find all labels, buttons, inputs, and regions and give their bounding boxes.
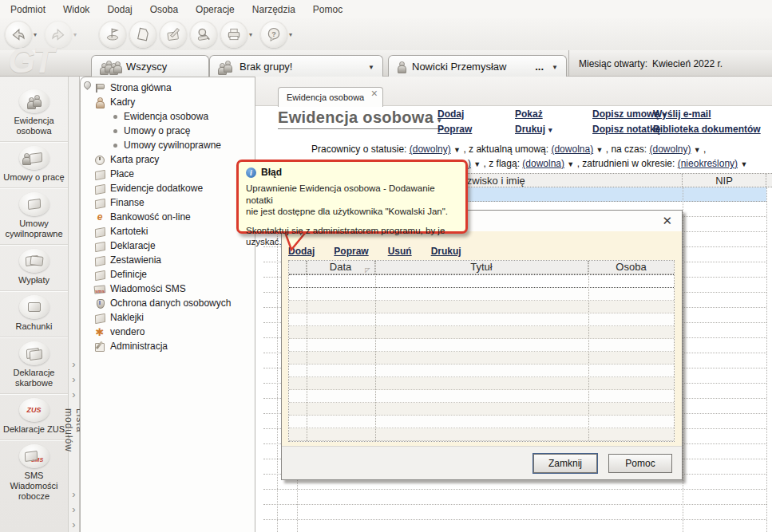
open-month-panel: Miesiąc otwarty: Kwiecień 2022 r. — [568, 50, 772, 77]
module-deklaracje-skarbowe[interactable]: Deklaracje skarbowe — [0, 337, 68, 394]
chevron-right-icon[interactable] — [72, 372, 75, 387]
bullet-icon — [113, 129, 117, 133]
chevron-down-icon[interactable]: ▼ — [596, 146, 604, 154]
filter-partial-value[interactable]: ) — [468, 158, 471, 169]
filter-naczas-value[interactable]: (dowolny) — [649, 144, 691, 155]
tooltip-line: nie jest dostępne dla użytkownika "Kowal… — [246, 206, 458, 218]
tree-item-strona-glowna[interactable]: Strona główna — [94, 81, 254, 95]
nav-back-dropdown-icon[interactable]: ▾ — [34, 31, 37, 38]
menu-osoba[interactable]: Osoba — [141, 2, 187, 18]
module-umowy-cywilnoprawne[interactable]: Umowy cywilnoprawne — [0, 188, 68, 245]
module-list-splitter[interactable]: Lista modułów — [68, 77, 80, 532]
tree-item-ochrona-danych[interactable]: Ochrona danych osobowych — [94, 296, 254, 310]
tree-item-umowy-o-prace[interactable]: Umowy o pracę — [94, 124, 254, 138]
tree-item-karta-pracy[interactable]: Karta pracy — [94, 152, 254, 167]
tab-label: Wszyscy — [126, 61, 167, 73]
pomoc-button[interactable]: Pomoc — [608, 454, 672, 473]
tree-item-kadry[interactable]: Kadry — [94, 95, 254, 109]
tree-item-finanse[interactable]: Finanse — [94, 195, 254, 210]
help-icon[interactable]: ? — [260, 21, 287, 48]
sort-asc-icon — [365, 264, 370, 277]
popraw-link[interactable]: Popraw — [437, 124, 472, 135]
close-icon[interactable] — [371, 89, 378, 99]
shield-icon — [94, 298, 105, 309]
biblioteka-dokumentow-link[interactable]: Biblioteka dokumentów — [653, 124, 761, 135]
edit-icon[interactable] — [160, 21, 187, 48]
filter-flaga-value[interactable]: (dowolna) — [522, 158, 564, 169]
filter-umowa-value[interactable]: (dowolna) — [551, 144, 593, 155]
menu-dodaj[interactable]: Dodaj — [98, 2, 141, 18]
tree-item-ewidencja-osobowa[interactable]: Ewidencja osobowa — [94, 109, 254, 124]
chevron-down-icon[interactable]: ▼ — [453, 146, 461, 154]
gt-logo: GT — [8, 41, 52, 81]
chevron-down-icon[interactable]: ▼ — [567, 160, 574, 168]
tree-item-administracja[interactable]: Administracja — [94, 339, 254, 353]
menu-podmiot[interactable]: Podmiot — [2, 2, 54, 18]
module-ewidencja-osobowa[interactable]: Ewidencja osobowa — [0, 77, 68, 142]
menu-widok[interactable]: Widok — [54, 2, 98, 18]
nip-column-header[interactable]: NIP — [683, 174, 766, 187]
tree-item-wiadomosci-sms[interactable]: Wiadomości SMS — [94, 282, 254, 296]
pin-icon[interactable] — [82, 80, 93, 90]
tree-item-kartoteki[interactable]: Kartoteki — [94, 224, 254, 238]
ellipsis-button[interactable]: ... — [535, 61, 544, 73]
module-wyplaty[interactable]: Wypłaty — [0, 245, 68, 291]
new-document-icon[interactable] — [129, 21, 156, 48]
chevron-right-icon[interactable] — [72, 357, 75, 372]
chevron-down-icon[interactable] — [552, 63, 558, 71]
selected-note-row[interactable] — [289, 274, 674, 288]
tree-item-place[interactable]: Płace — [94, 167, 254, 181]
chevron-down-icon[interactable] — [368, 63, 374, 71]
tree-item-definicje[interactable]: Definicje — [94, 267, 254, 282]
osoba-column-header[interactable]: Osoba — [588, 261, 674, 274]
chevron-down-icon[interactable]: ▼ — [694, 146, 701, 154]
tree-item-naklejki[interactable]: Naklejki — [94, 310, 254, 325]
filter-status-value[interactable]: (dowolny) — [410, 144, 451, 155]
selector-column-header[interactable] — [289, 261, 307, 274]
chevron-down-icon[interactable]: ▼ — [473, 160, 481, 168]
flag-icon[interactable] — [99, 21, 126, 48]
tooltip-title: Błąd — [261, 167, 282, 178]
help-dropdown-icon[interactable]: ▾ — [289, 31, 292, 38]
data-column-header[interactable]: Data — [307, 261, 375, 274]
tytul-column-header[interactable]: Tytuł — [375, 261, 588, 274]
nav-forward-dropdown-icon[interactable]: ▾ — [73, 31, 77, 38]
bullet-icon — [113, 115, 117, 119]
tab-all-employees[interactable]: Wszyscy — [91, 55, 209, 77]
drukuj-link[interactable]: Drukuj — [515, 124, 552, 135]
tree-item-zestawienia[interactable]: Zestawienia — [94, 253, 254, 267]
page-title-menu[interactable]: Ewidencja osobowa — [278, 108, 444, 129]
print-icon[interactable] — [220, 21, 247, 48]
tab-person-selector[interactable]: Nowicki Przemysław ... — [388, 55, 567, 77]
filter-okres-value[interactable]: (nieokreślony) — [678, 158, 738, 169]
chevron-right-icon[interactable] — [72, 487, 75, 502]
dodaj-link[interactable]: Dodaj — [437, 108, 472, 120]
close-icon[interactable]: ✕ — [662, 214, 672, 228]
tab-ewidencja-osobowa[interactable]: Ewidencja osobowa — [278, 87, 383, 107]
search-icon[interactable] — [190, 21, 217, 48]
tree-item-deklaracje[interactable]: Deklaracje — [94, 238, 254, 253]
clock-icon — [94, 155, 105, 165]
wyslij-email-link[interactable]: Wyślij e-mail — [653, 108, 761, 120]
month-value: Kwiecień 2022 r. — [652, 58, 723, 69]
tree-item-bankowosc-online[interactable]: Bankowość on-line — [94, 210, 254, 224]
print-dropdown-icon[interactable]: ▾ — [249, 31, 252, 38]
zamknij-button[interactable]: Zamknij — [533, 454, 597, 473]
module-rachunki[interactable]: Rachunki — [0, 291, 68, 337]
action-column-4: Wyślij e-mail Biblioteka dokumentów — [653, 108, 761, 135]
tree-item-vendero[interactable]: vendero — [94, 325, 254, 339]
menu-pomoc[interactable]: Pomoc — [304, 2, 351, 18]
tree-item-umowy-cywilnoprawne[interactable]: Umowy cywilnoprawne — [94, 138, 254, 152]
module-umowy-o-prace[interactable]: Umowy o pracę — [0, 142, 68, 188]
module-deklaracje-zus[interactable]: ZUS Deklaracje ZUS — [0, 394, 68, 440]
module-sms-wiadomosci[interactable]: SMS SMS Wiadomości robocze — [0, 440, 68, 506]
chevron-right-icon[interactable] — [72, 502, 75, 517]
chevron-down-icon[interactable]: ▼ — [740, 160, 747, 168]
chevron-right-icon[interactable] — [72, 517, 75, 532]
tab-group-selector[interactable]: Brak grupy! — [209, 55, 383, 77]
tree-item-ewidencje-dodatkowe[interactable]: Ewidencje dodatkowe — [94, 181, 254, 195]
menu-narzedzia[interactable]: Narzędzia — [243, 2, 304, 18]
chevron-right-icon[interactable] — [72, 387, 75, 402]
pokaz-link[interactable]: Pokaż — [515, 108, 552, 120]
menu-operacje[interactable]: Operacje — [187, 2, 243, 18]
